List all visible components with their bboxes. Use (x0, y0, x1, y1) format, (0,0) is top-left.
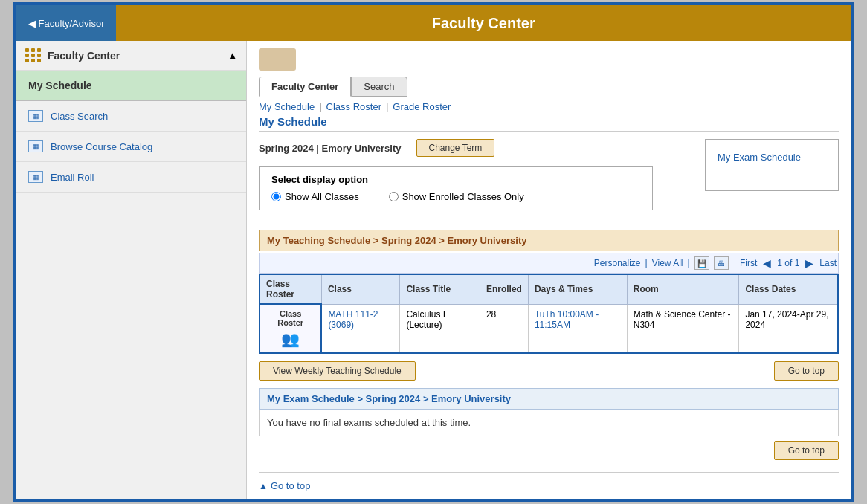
days-times-value: TuTh 10:00AM - 11:15AM (535, 309, 599, 330)
print-icon[interactable]: 🖶 (714, 256, 729, 270)
collapse-icon: ▲ (228, 50, 237, 61)
class-code-link[interactable]: MATH 111-2 (3069) (328, 309, 378, 330)
room-value: Math & Science Center - N304 (634, 309, 731, 330)
prev-arrow[interactable]: ◀ (761, 257, 773, 269)
go-to-top-button-2[interactable]: Go to top (774, 441, 839, 460)
sidebar: Faculty Center ▲ My Schedule ▦ Class Sea… (16, 41, 247, 499)
exam-schedule-link[interactable]: My Exam Schedule (718, 152, 801, 163)
room-cell: Math & Science Center - N304 (627, 304, 739, 353)
email-roll-icon: ▦ (28, 171, 43, 183)
roster-icon[interactable]: 👥 (281, 331, 300, 347)
exam-action-row: Go to top (259, 441, 839, 460)
sidebar-section-label: Faculty Center (48, 50, 120, 62)
page-info: 1 of 1 (777, 258, 799, 268)
next-arrow[interactable]: ▶ (804, 257, 815, 269)
col-class-roster: Class Roster (260, 274, 321, 304)
toolbar-sep-1: | (645, 258, 648, 268)
tab-faculty-center[interactable]: Faculty Center (259, 77, 351, 97)
change-term-button[interactable]: Change Term (416, 139, 495, 157)
sidebar-item-browse-course-catalog[interactable]: ▦ Browse Course Catalog (16, 132, 246, 162)
bottom-link-row: ▲ Go to top (259, 472, 839, 491)
radio-row: Show All Classes Show Enrolled Classes O… (271, 191, 640, 202)
class-roster-cell-label: ClassRoster (266, 309, 315, 327)
col-class: Class (321, 274, 400, 304)
exam-no-data: You have no final exams scheduled at thi… (259, 410, 839, 436)
avatar (259, 48, 296, 71)
table-toolbar: Personalize | View All | 💾 🖶 First ◀ 1 o… (259, 253, 839, 274)
main-layout: Faculty Center ▲ My Schedule ▦ Class Sea… (16, 41, 851, 499)
display-option-box: Select display option Show All Classes S… (259, 166, 653, 210)
radio-show-all-input[interactable] (271, 192, 281, 201)
class-dates-cell: Jan 17, 2024-Apr 29, 2024 (739, 304, 838, 353)
class-roster-cell: ClassRoster 👥 (260, 304, 321, 353)
subnav-class-roster[interactable]: Class Roster (326, 101, 381, 112)
enrolled-value: 28 (486, 309, 496, 320)
teaching-schedule-header: My Teaching Schedule > Spring 2024 > Emo… (259, 230, 839, 251)
last-label[interactable]: Last (819, 258, 837, 268)
toolbar-sep-3 (733, 258, 735, 268)
col-enrolled: Enrolled (480, 274, 528, 304)
col-class-title: Class Title (400, 274, 480, 304)
bottom-go-to-top-link[interactable]: Go to top (271, 480, 310, 491)
subnav-grade-roster[interactable]: Grade Roster (393, 101, 451, 112)
content-area: Faculty Center Search My Schedule | Clas… (247, 41, 851, 499)
class-title-cell: Calculus I (Lecture) (400, 304, 480, 353)
view-all-link[interactable]: View All (652, 258, 683, 268)
radio-show-enrolled-input[interactable] (389, 192, 399, 201)
term-label: Spring 2024 | Emory University (259, 143, 402, 154)
top-header: ◀ Faculty/Advisor Faculty Center (16, 5, 851, 41)
subnav-sep-2: | (386, 101, 388, 112)
personalize-link[interactable]: Personalize (594, 258, 641, 268)
enrolled-cell: 28 (480, 304, 528, 353)
subnav-my-schedule[interactable]: My Schedule (259, 101, 315, 112)
tabs-row: Faculty Center Search (259, 77, 839, 97)
sidebar-active-item[interactable]: My Schedule (16, 71, 246, 101)
sidebar-section-header[interactable]: Faculty Center ▲ (16, 41, 246, 71)
back-button[interactable]: ◀ Faculty/Advisor (16, 5, 116, 41)
tab-search[interactable]: Search (351, 77, 407, 97)
bottom-link-icon: ▲ (259, 481, 268, 491)
page-header-title: Faculty Center (116, 15, 851, 32)
browse-catalog-icon: ▦ (28, 140, 43, 152)
table-row: ClassRoster 👥 MATH 111-2 (3069) Calculus… (260, 304, 838, 353)
col-days-times: Days & Times (528, 274, 627, 304)
exam-schedule-box: My Exam Schedule (705, 139, 839, 191)
radio-show-enrolled[interactable]: Show Enrolled Classes Only (389, 191, 524, 202)
teaching-action-row: View Weekly Teaching Schedule Go to top (259, 361, 839, 381)
sidebar-item-class-search-label: Class Search (51, 111, 108, 122)
class-dates-value: Jan 17, 2024-Apr 29, 2024 (745, 309, 828, 330)
sidebar-section-header-left: Faculty Center (25, 48, 120, 62)
class-title-value: Calculus I (Lecture) (406, 309, 445, 330)
sidebar-item-email-roll[interactable]: ▦ Email Roll (16, 162, 246, 193)
class-table: Class Roster Class Class Title Enrolled … (259, 274, 839, 354)
exam-section-header: My Exam Schedule > Spring 2024 > Emory U… (259, 388, 839, 410)
sidebar-item-class-search[interactable]: ▦ Class Search (16, 101, 246, 132)
term-row: Spring 2024 | Emory University Change Te… (259, 139, 693, 157)
sub-nav: My Schedule | Class Roster | Grade Roste… (259, 101, 839, 112)
go-to-top-button-1[interactable]: Go to top (774, 361, 839, 381)
class-code-cell: MATH 111-2 (3069) (321, 304, 400, 353)
radio-show-enrolled-label: Show Enrolled Classes Only (402, 191, 524, 202)
toolbar-sep-2: | (687, 258, 689, 268)
sidebar-item-email-label: Email Roll (51, 172, 94, 183)
sidebar-item-browse-label: Browse Course Catalog (51, 141, 152, 152)
subnav-sep-1: | (319, 101, 321, 112)
faculty-center-icon (25, 48, 42, 62)
radio-show-all[interactable]: Show All Classes (271, 191, 359, 202)
col-class-dates: Class Dates (739, 274, 838, 304)
col-room: Room (627, 274, 739, 304)
first-label[interactable]: First (740, 258, 757, 268)
display-option-title: Select display option (271, 174, 640, 185)
page-title: My Schedule (259, 115, 839, 132)
download-icon[interactable]: 💾 (694, 256, 709, 270)
radio-show-all-label: Show All Classes (285, 191, 359, 202)
days-times-cell: TuTh 10:00AM - 11:15AM (528, 304, 627, 353)
view-weekly-schedule-button[interactable]: View Weekly Teaching Schedule (259, 361, 416, 381)
class-search-icon: ▦ (28, 110, 43, 122)
